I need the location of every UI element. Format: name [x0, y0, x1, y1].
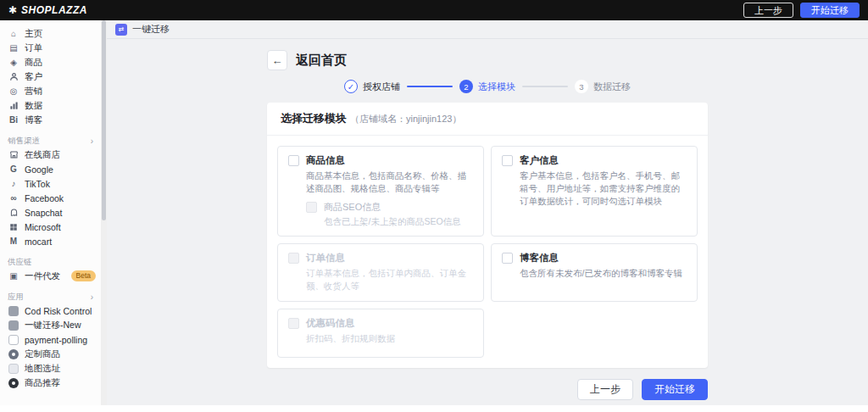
sidebar: ⌂ 主页 ▤ 订单 ◈ 商品 客户 ◎ 营销 数据 Bi 博客 销售渠道 ›: [0, 20, 101, 405]
section-label: 供应链: [8, 257, 32, 268]
sidebar-scrollbar[interactable]: [101, 20, 107, 405]
sidebar-item-facebook[interactable]: ∞ Facebook: [8, 191, 101, 205]
section-label: 销售渠道: [8, 136, 40, 147]
sidebar-item-customers[interactable]: 客户: [8, 70, 101, 84]
sidebar-item-label: 商品推荐: [25, 377, 60, 389]
module-label: 订单信息: [306, 252, 345, 264]
sidebar-item-label: Facebook: [25, 193, 64, 203]
prev-step-button[interactable]: 上一步: [577, 379, 633, 400]
topbar-start-migration-button[interactable]: 开始迁移: [800, 3, 860, 18]
sidebar-item-label: 博客: [25, 114, 42, 126]
sidebar-item-label: 一键迁移-New: [25, 320, 81, 331]
sidebar-item-label: Microsoft: [25, 222, 61, 232]
step-label: 数据迁移: [593, 81, 631, 93]
start-migration-button[interactable]: 开始迁移: [642, 379, 708, 400]
sidebar-section-apps[interactable]: 应用 ›: [8, 291, 101, 303]
customer-info-checkbox[interactable]: [502, 155, 513, 166]
module-product-seo-info[interactable]: 商品SEO信息 包含已上架/未上架的商品SEO信息: [306, 201, 473, 228]
sidebar-item-cod-risk-control[interactable]: Cod Risk Control: [8, 303, 101, 318]
tiktok-icon: ♪: [8, 179, 19, 188]
product-info-checkbox[interactable]: [288, 155, 299, 166]
sidebar-item-label: 定制商品: [25, 348, 60, 360]
steps-indicator: ✓ 授权店铺 2 选择模块 3 数据迁移: [267, 80, 708, 93]
products-icon: ◈: [8, 58, 19, 67]
check-icon: ✓: [344, 80, 358, 93]
module-discount-code-info: 优惠码信息 折扣码、折扣规则数据: [277, 309, 484, 358]
module-label: 优惠码信息: [306, 317, 355, 330]
sidebar-item-label: 数据: [25, 100, 42, 112]
migration-new-app-icon: [8, 320, 19, 331]
order-info-checkbox: [288, 253, 299, 264]
select-modules-card: 选择迁移模块 （店铺域名：yinjinjin123） 商品信息 商品基本信息，包…: [267, 103, 708, 368]
sidebar-item-payment-polling[interactable]: payment-polling: [8, 332, 101, 347]
module-description: 包含所有未发布/已发布的博客和博客专辑: [520, 267, 687, 280]
back-row: ← 返回首页: [267, 50, 708, 70]
sidebar-item-map-location[interactable]: 地图选址: [8, 361, 101, 376]
sidebar-item-label: 在线商店: [25, 149, 60, 161]
sidebar-item-snapchat[interactable]: Snapchat: [8, 205, 101, 220]
discount-code-checkbox: [288, 318, 299, 329]
back-button[interactable]: ←: [267, 50, 287, 70]
sidebar-item-label: 客户: [25, 71, 42, 83]
payment-polling-app-icon: [8, 335, 19, 345]
sidebar-item-orders[interactable]: ▤ 订单: [8, 41, 101, 55]
sidebar-item-marketing[interactable]: ◎ 营销: [8, 84, 101, 98]
module-description: 订单基本信息，包括订单内商品、订单金额、收货人等: [306, 267, 473, 292]
product-seo-checkbox[interactable]: [306, 202, 317, 213]
sidebar-item-analytics[interactable]: 数据: [8, 98, 101, 113]
sidebar-item-product-recommendation[interactable]: 商品推荐: [8, 376, 101, 390]
beta-badge: Beta: [71, 270, 97, 281]
sidebar-item-label: Snapchat: [25, 208, 62, 218]
breadcrumb: ⇄ 一键迁移: [107, 20, 868, 39]
sidebar-item-label: mocart: [25, 237, 52, 247]
step-select-modules: 2 选择模块: [459, 80, 515, 93]
sidebar-item-dropshipping[interactable]: ▣ 一件代发 Beta: [8, 269, 101, 283]
snapchat-ghost-icon: [8, 208, 19, 217]
sidebar-section-supply-chain[interactable]: 供应链: [8, 256, 101, 269]
topbar-actions: 上一步 开始迁移: [743, 3, 860, 18]
horizontal-scrollbar-track[interactable]: [0, 405, 868, 412]
breadcrumb-label: 一键迁移: [132, 23, 170, 36]
sidebar-item-tiktok[interactable]: ♪ TikTok: [8, 176, 101, 191]
modules-grid: 商品信息 商品基本信息，包括商品名称、价格、描述商品图、规格信息、商品专辑等 商…: [267, 136, 708, 368]
sidebar-item-custom-products[interactable]: 定制商品: [8, 347, 101, 361]
topbar: ✱ SHOPLAZZA 上一步 开始迁移: [0, 0, 868, 20]
sidebar-item-online-store[interactable]: 在线商店: [8, 148, 101, 162]
step-connector-pending: [522, 86, 568, 87]
sidebar-item-label: Cod Risk Control: [25, 306, 92, 316]
content-column: ← 返回首页 ✓ 授权店铺 2 选择模块 3 数据迁移 选择迁移模块 （店铺: [267, 39, 708, 400]
sidebar-item-label: 主页: [25, 28, 42, 40]
module-label: 客户信息: [520, 154, 559, 167]
custom-products-app-icon: [8, 349, 19, 359]
blog-info-checkbox[interactable]: [502, 253, 513, 264]
topbar-prev-step-button[interactable]: 上一步: [743, 3, 793, 18]
sidebar-item-home[interactable]: ⌂ 主页: [8, 26, 101, 41]
card-header: 选择迁移模块 （店铺域名：yinjinjin123）: [267, 103, 708, 136]
facebook-meta-icon: ∞: [8, 193, 19, 203]
step-label: 选择模块: [478, 81, 515, 93]
sidebar-item-migration-new[interactable]: 一键迁移-New: [8, 318, 101, 332]
sidebar-item-google[interactable]: G Google: [8, 162, 101, 176]
module-product-info[interactable]: 商品信息 商品基本信息，包括商品名称、价格、描述商品图、规格信息、商品专辑等 商…: [277, 146, 484, 237]
main-area: ⇄ 一键迁移 ← 返回首页 ✓ 授权店铺 2 选择模块 3 数据迁移: [107, 20, 868, 405]
shoplazza-logo-text: SHOPLAZZA: [21, 4, 87, 16]
migration-app-icon: ⇄: [115, 24, 127, 36]
module-description: 折扣码、折扣规则数据: [306, 332, 473, 345]
sidebar-scrollbar-thumb[interactable]: [102, 20, 106, 220]
sidebar-item-label: Google: [25, 164, 53, 175]
sidebar-item-blog[interactable]: Bi 博客: [8, 113, 101, 127]
marketing-icon: ◎: [8, 86, 19, 96]
orders-icon: ▤: [8, 43, 19, 53]
sidebar-item-label: 地图选址: [25, 363, 60, 375]
sidebar-item-mocart[interactable]: M mocart: [8, 234, 101, 248]
module-customer-info[interactable]: 客户信息 客户基本信息，包括客户名、手机号、邮箱号、用户地址等，如需支持客户维度…: [491, 146, 698, 237]
sidebar-item-microsoft[interactable]: Microsoft: [8, 220, 101, 234]
module-blog-info[interactable]: 博客信息 包含所有未发布/已发布的博客和博客专辑: [491, 243, 698, 301]
sidebar-section-sales-channels[interactable]: 销售渠道 ›: [8, 135, 101, 148]
footer-actions: 上一步 开始迁移: [267, 379, 708, 400]
sidebar-item-products[interactable]: ◈ 商品: [8, 55, 101, 70]
shoplazza-logo-icon: ✱: [8, 4, 17, 16]
step-number: 3: [575, 80, 588, 93]
sidebar-item-label: TikTok: [25, 179, 50, 189]
bar-chart-icon: [8, 101, 19, 110]
